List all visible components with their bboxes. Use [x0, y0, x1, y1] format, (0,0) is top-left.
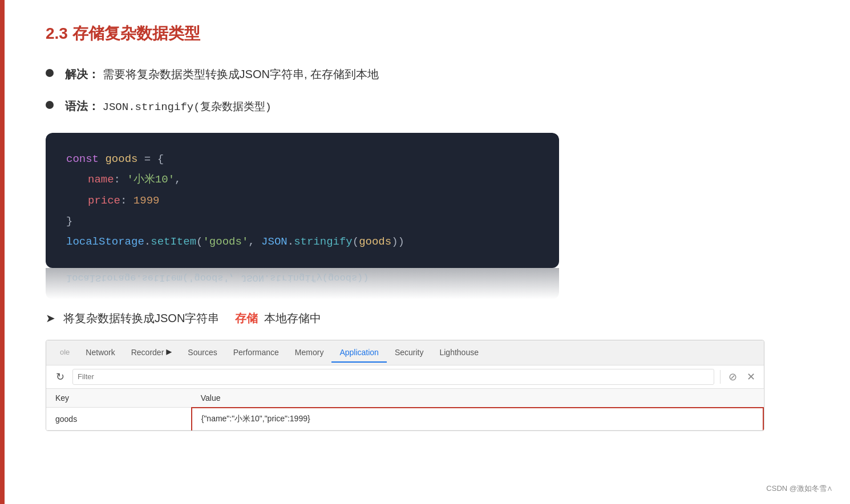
code-reflection: localStorage.setItem('goods', JSON.strin… [46, 268, 559, 299]
code-block-container: const goods = { name: '小米10', price: 199… [46, 133, 559, 299]
bullet-text-2: 语法： JSON.stringify(复杂数据类型) [65, 97, 272, 116]
arrow-text2: 本地存储中 [264, 312, 321, 324]
recorder-label: Recorder [131, 348, 164, 357]
tab-security[interactable]: Security [387, 343, 432, 363]
devtools-tabs: ole Network Recorder Sources Performance… [46, 340, 764, 365]
row-value: {"name":"小米10","price":1999} [192, 408, 763, 430]
col-value: Value [192, 389, 763, 408]
code-line-4: } [66, 211, 539, 231]
csdn-watermark: CSDN @激如冬雪∧ [766, 483, 833, 494]
bullet-dot-1 [46, 69, 54, 77]
arrow-text: 将复杂数据转换成JSON字符串 存储 本地存储中 [63, 311, 321, 326]
code-block: const goods = { name: '小米10', price: 199… [46, 133, 559, 267]
row-key: goods [46, 408, 192, 430]
recorder-icon [166, 349, 172, 355]
devtools-table: Key Value goods {"name":"小米10","price":1… [46, 389, 764, 430]
toolbar-divider [720, 370, 721, 384]
tab-sources[interactable]: Sources [180, 343, 225, 363]
code-line-1: const goods = { [66, 149, 539, 169]
arrow-item: ➤ 将复杂数据转换成JSON字符串 存储 本地存储中 [46, 311, 816, 326]
arrow-text1: 将复杂数据转换成JSON字符串 [63, 312, 219, 324]
tab-ole[interactable]: ole [52, 343, 78, 362]
bullet-item-2: 语法： JSON.stringify(复杂数据类型) [46, 97, 816, 116]
tab-memory[interactable]: Memory [287, 343, 332, 363]
close-icon[interactable]: ✕ [744, 371, 757, 383]
bullet2-label: 语法： [65, 100, 99, 112]
arrow-symbol: ➤ [46, 311, 55, 325]
bullet-dot-2 [46, 101, 54, 109]
tab-performance[interactable]: Performance [225, 343, 287, 363]
arrow-highlight: 存储 [235, 312, 258, 324]
tab-network[interactable]: Network [78, 343, 123, 363]
table-header-row: Key Value [46, 389, 763, 408]
bullet-text-1: 解决： 需要将复杂数据类型转换成JSON字符串, 在存储到本地 [65, 65, 379, 83]
section-title: 2.3 存储复杂数据类型 [46, 23, 816, 44]
tab-application[interactable]: Application [331, 343, 387, 363]
code-line-5: localStorage.setItem('goods', JSON.strin… [66, 231, 539, 252]
bullet1-content: 需要将复杂数据类型转换成JSON字符串, 在存储到本地 [103, 68, 379, 80]
bullet1-label: 解决： [65, 68, 99, 80]
devtools-panel: ole Network Recorder Sources Performance… [46, 340, 764, 431]
code-line-2: name: '小米10', [66, 169, 539, 190]
bullet2-code: JSON.stringify(复杂数据类型) [103, 101, 272, 113]
bullet-item-1: 解决： 需要将复杂数据类型转换成JSON字符串, 在存储到本地 [46, 65, 816, 83]
filter-input[interactable] [72, 369, 714, 385]
reflection-text: localStorage.setItem('goods', JSON.strin… [66, 269, 369, 286]
tab-recorder[interactable]: Recorder [123, 343, 180, 363]
devtools-toolbar: ↻ ⊘ ✕ [46, 365, 764, 389]
tab-lighthouse[interactable]: Lighthouse [431, 343, 487, 363]
table-row[interactable]: goods {"name":"小米10","price":1999} [46, 408, 763, 430]
clear-icon[interactable]: ⊘ [726, 371, 739, 383]
left-bar [0, 0, 5, 504]
code-line-3: price: 1999 [66, 190, 539, 211]
refresh-button[interactable]: ↻ [53, 370, 67, 384]
col-key: Key [46, 389, 192, 408]
